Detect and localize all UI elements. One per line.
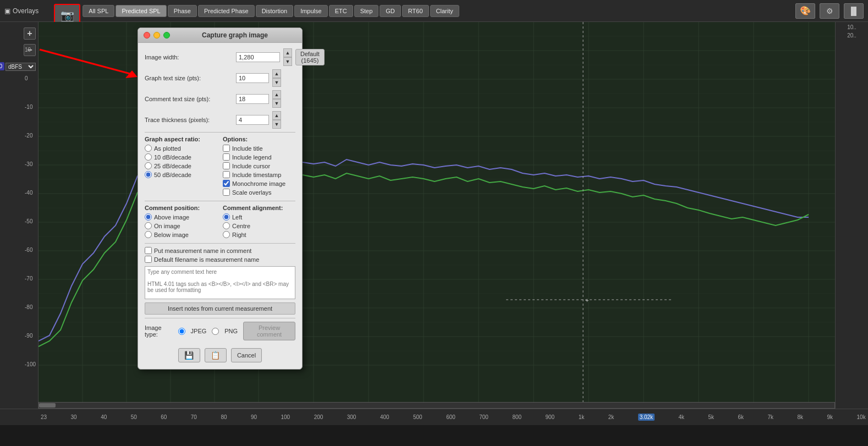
copy-icon: 📋: [211, 351, 220, 360]
radio-25db-input[interactable]: [145, 162, 152, 169]
image-width-input[interactable]: [236, 52, 280, 62]
radio-on-image-label: On image: [154, 223, 180, 229]
comment-alignment-title: Comment alignment:: [223, 205, 295, 211]
check-monochrome-input[interactable]: [223, 180, 230, 187]
check-put-measurement: Put measurement name in comment: [145, 247, 295, 254]
check-include-title: Include title: [223, 145, 295, 152]
comment-text-down[interactable]: ▼: [272, 99, 281, 108]
check-include-cursor-input[interactable]: [223, 162, 230, 169]
radio-jpeg-input[interactable]: [178, 328, 185, 335]
trace-thickness-up[interactable]: ▲: [272, 111, 281, 120]
radio-25db: 25 dB/decade: [145, 162, 217, 169]
overlays-text: Overlays: [13, 7, 39, 15]
radio-right-input[interactable]: [223, 231, 230, 238]
check-include-legend-input[interactable]: [223, 153, 230, 161]
dialog-max-btn[interactable]: [163, 32, 170, 38]
settings-icon-btn[interactable]: ⚙: [820, 3, 839, 19]
tab-gd[interactable]: GD: [380, 5, 401, 17]
comment-textarea[interactable]: [145, 266, 295, 299]
aspect-ratio-title: Graph aspect ratio:: [145, 136, 217, 142]
tab-impulse[interactable]: Impulse: [294, 5, 328, 17]
graph-text-up[interactable]: ▲: [272, 69, 281, 78]
radio-10db-input[interactable]: [145, 153, 152, 161]
save-btn[interactable]: 💾: [178, 348, 200, 362]
preview-comment-btn[interactable]: Preview comment: [243, 322, 295, 340]
comment-text-input[interactable]: [236, 94, 269, 104]
comment-text-up[interactable]: ▲: [272, 90, 281, 99]
check-default-filename-input[interactable]: [145, 256, 152, 263]
radio-10db-label: 10 dB/decade: [154, 154, 191, 161]
radio-as-plotted-input[interactable]: [145, 145, 152, 152]
levels-icon-btn[interactable]: ▐▌: [844, 3, 864, 19]
check-monochrome-label: Monochrome image: [232, 180, 285, 187]
options-title: Options:: [223, 136, 295, 142]
trace-thickness-input[interactable]: [236, 115, 269, 125]
default-btn[interactable]: Default (1645): [295, 49, 325, 65]
check-scale-overlays: Scale overlays: [223, 189, 295, 196]
radio-as-plotted: As plotted: [145, 145, 217, 152]
image-width-spinner: ▲ ▼: [283, 48, 292, 66]
radio-10db: 10 dB/decade: [145, 153, 217, 161]
copy-btn[interactable]: 📋: [205, 348, 227, 362]
tab-step[interactable]: Step: [354, 5, 379, 17]
save-icon: 💾: [184, 351, 194, 360]
tab-all-spl[interactable]: All SPL: [83, 5, 114, 17]
tab-clarity[interactable]: Clarity: [430, 5, 459, 17]
tab-distortion[interactable]: Distortion: [256, 5, 293, 17]
radio-25db-label: 25 dB/decade: [154, 163, 191, 169]
radio-left-input[interactable]: [223, 213, 230, 221]
cancel-btn[interactable]: Cancel: [231, 348, 262, 362]
check-include-legend: Include legend: [223, 153, 295, 161]
comment-position-section: Comment position: Above image On image B…: [145, 205, 295, 240]
radio-50db-input[interactable]: [145, 171, 152, 178]
tab-predicted-phase[interactable]: Predicted Phase: [198, 5, 255, 17]
insert-notes-btn[interactable]: Insert notes from current measurement: [145, 302, 295, 315]
dialog-close-btn[interactable]: [144, 32, 150, 38]
image-width-row: Image width: ▲ ▼ Default (1645): [145, 48, 295, 66]
check-include-cursor: Include cursor: [223, 162, 295, 169]
radio-above-image-input[interactable]: [145, 213, 152, 221]
tab-predicted-spl[interactable]: Predicted SPL: [116, 5, 166, 17]
check-default-filename: Default filename is measurement name: [145, 256, 295, 263]
overlays-icon: ▣: [4, 7, 10, 15]
check-put-measurement-input[interactable]: [145, 247, 152, 254]
dialog-body: Image width: ▲ ▼ Default (1645) Graph te…: [138, 43, 302, 369]
radio-png-input[interactable]: [212, 328, 219, 335]
dialog-min-btn[interactable]: [153, 32, 160, 38]
graph-text-input[interactable]: [236, 73, 269, 83]
radio-jpeg-label: JPEG: [191, 328, 207, 334]
check-scale-overlays-input[interactable]: [223, 189, 230, 196]
radio-50db: 50 dB/decade: [145, 171, 217, 178]
radio-left: Left: [223, 213, 295, 221]
options-col: Options: Include title Include legend In…: [223, 136, 295, 197]
extra-checks-section: Put measurement name in comment Default …: [145, 247, 295, 263]
radio-png-label: PNG: [224, 328, 238, 334]
palette-icon-btn[interactable]: 🎨: [795, 3, 815, 19]
image-width-up[interactable]: ▲: [283, 48, 292, 57]
check-include-timestamp-input[interactable]: [223, 171, 230, 178]
camera-icon: 📷: [61, 9, 74, 22]
tab-bar: All SPL Predicted SPL Phase Predicted Ph…: [83, 5, 795, 17]
capture-dialog: Capture graph image Image width: ▲ ▼ Def…: [138, 27, 303, 370]
image-width-down[interactable]: ▼: [283, 57, 292, 66]
check-default-filename-label: Default filename is measurement name: [154, 256, 259, 263]
radio-left-label: Left: [232, 214, 242, 221]
trace-thickness-down[interactable]: ▼: [272, 120, 281, 129]
tab-etc[interactable]: ETC: [329, 5, 353, 17]
radio-centre-input[interactable]: [223, 222, 230, 229]
check-include-title-label: Include title: [232, 145, 263, 152]
check-include-title-input[interactable]: [223, 145, 230, 152]
tab-phase[interactable]: Phase: [168, 5, 197, 17]
radio-right-label: Right: [232, 232, 246, 238]
comment-text-spinner: ▲ ▼: [272, 90, 281, 108]
image-type-row: Image type: JPEG PNG Preview comment: [145, 322, 295, 340]
check-include-timestamp-label: Include timestamp: [232, 172, 281, 178]
radio-on-image-input[interactable]: [145, 222, 152, 229]
graph-text-down[interactable]: ▼: [272, 78, 281, 87]
dialog-title-text: Capture graph image: [173, 31, 296, 39]
radio-below-image-input[interactable]: [145, 231, 152, 238]
comment-alignment-col: Comment alignment: Left Centre Right: [223, 205, 295, 240]
comment-text-row: Comment text size (pts): ▲ ▼: [145, 90, 295, 108]
tab-rt60[interactable]: RT60: [402, 5, 429, 17]
radio-centre-label: Centre: [232, 223, 250, 229]
